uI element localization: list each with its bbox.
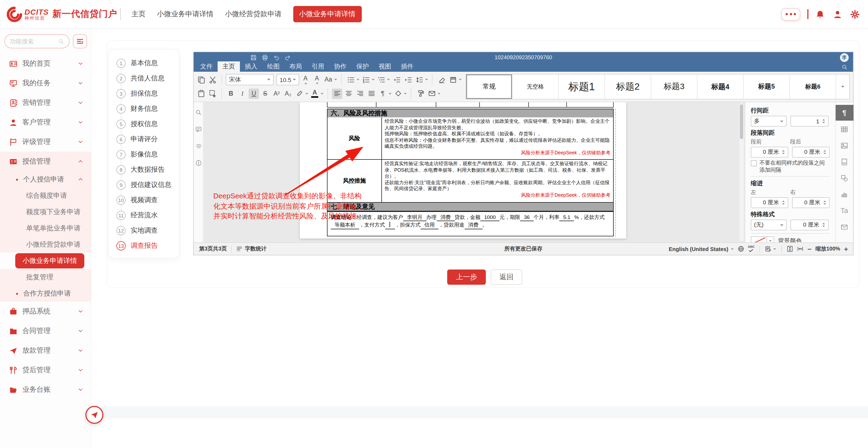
step-item[interactable]: 13调查报告 [117, 238, 179, 253]
styles-more-button[interactable] [836, 74, 849, 99]
align-left-button[interactable] [332, 89, 342, 99]
style-标题1[interactable]: 标题1 [559, 74, 605, 99]
chart-panel-icon[interactable] [835, 186, 853, 202]
sidebar-item[interactable]: 业务台账 [0, 380, 91, 400]
editor-menu[interactable]: 视图 [374, 61, 396, 72]
same-style-checkbox[interactable] [751, 160, 757, 166]
font-size-select[interactable]: 10.5 [276, 74, 299, 85]
indent-button[interactable] [403, 75, 413, 85]
sidebar-item[interactable]: 小微经营贷款申请 [0, 236, 91, 253]
spacing-after-stepper[interactable]: 0 厘米 [792, 147, 830, 158]
shrink-font-button[interactable]: A [312, 75, 322, 85]
step-item[interactable]: 7影像信息 [117, 147, 179, 162]
sidebar-item[interactable]: 授信管理 [0, 151, 91, 171]
zoom-in-button[interactable]: + [844, 245, 848, 252]
change-case-button[interactable]: Aa [323, 75, 334, 85]
subscript-button[interactable]: A₂ [283, 89, 293, 99]
copy-button[interactable] [196, 75, 206, 85]
textart-panel-icon[interactable]: Ta [835, 203, 853, 218]
page-panel-icon[interactable] [835, 154, 853, 170]
strikethrough-button[interactable]: S [260, 89, 270, 99]
style-常规[interactable]: 常规 [466, 74, 513, 99]
sidebar-item[interactable]: 批复管理 [0, 269, 91, 285]
track-changes-button[interactable] [765, 246, 776, 252]
avatar[interactable]: 李 [840, 53, 849, 62]
borders-button[interactable] [393, 89, 403, 99]
editor-menu[interactable]: 插入 [240, 61, 262, 72]
back-button[interactable]: 返回 [491, 270, 522, 285]
highlight-pen-button[interactable] [294, 89, 305, 99]
function-search-box[interactable] [4, 34, 70, 48]
align-right-button[interactable] [355, 89, 365, 99]
sidebar-item[interactable]: 额度项下业务申请 [0, 204, 91, 220]
sidebar-item[interactable]: •个人授信申请 [0, 171, 91, 187]
fit-width-icon[interactable] [797, 246, 804, 252]
sidebar-item[interactable]: 评级管理 [0, 132, 91, 151]
scrollbar-thumb[interactable] [740, 104, 743, 139]
nav-lines-icon[interactable] [195, 143, 202, 149]
special-format-stepper[interactable]: 0 厘米 [790, 219, 829, 230]
zoom-out-button[interactable]: − [807, 245, 811, 252]
comment-icon[interactable] [195, 126, 202, 133]
menu-toggle-button[interactable] [73, 34, 87, 48]
nav-tab[interactable]: 主页 [131, 9, 146, 19]
step-item[interactable]: 10视频调查 [117, 192, 179, 208]
editor-menu[interactable]: 插件 [396, 61, 418, 72]
font-color-button[interactable]: A [310, 89, 320, 99]
spacing-before-stepper[interactable]: 0 厘米 [751, 147, 788, 158]
format-painter-button[interactable] [415, 89, 426, 99]
font-family-select[interactable]: 宋体 [226, 74, 274, 85]
nav-tab[interactable]: 小微业务申请详情 [293, 6, 362, 22]
paragraph-panel-icon[interactable]: ¶ [835, 105, 853, 120]
page-indicator[interactable]: 第3页共3页 [199, 245, 227, 253]
step-item[interactable]: 9授信建议信息 [117, 177, 179, 192]
search-input[interactable] [10, 38, 49, 44]
special-format-select[interactable]: (无) [751, 219, 787, 230]
language-select[interactable]: English (United States) [669, 246, 734, 252]
sidebar-item[interactable]: 单笔单批业务申请 [0, 220, 91, 236]
style-标题3[interactable]: 标题3 [651, 74, 698, 99]
mail-button[interactable] [427, 89, 437, 99]
user-icon[interactable] [833, 9, 842, 19]
underline-button[interactable]: U [249, 89, 259, 99]
previous-step-button[interactable]: 上一步 [447, 270, 486, 285]
conclusion-paragraph[interactable]: 调查结论：经调查，建议为客户李明月办理消费贷款，金额1000元，期限36个月，利… [327, 211, 614, 236]
sidebar-item[interactable]: 合同管理 [0, 321, 91, 341]
superscript-button[interactable]: A² [272, 89, 282, 99]
cut-button[interactable] [207, 75, 218, 85]
align-center-button[interactable] [343, 89, 353, 99]
pilcrow-button[interactable]: ¶ [377, 89, 388, 99]
floating-send-button[interactable] [85, 406, 103, 424]
line-spacing-button[interactable] [414, 75, 424, 85]
search-icon[interactable] [195, 109, 202, 116]
sidebar-item[interactable]: 放款管理 [0, 341, 91, 360]
editor-menu[interactable]: 保护 [351, 61, 374, 72]
image-panel-icon[interactable] [835, 137, 853, 153]
clear-format-button[interactable] [436, 75, 447, 85]
sidebar-item[interactable]: 我的任务 [0, 73, 91, 93]
globe-icon[interactable] [738, 246, 744, 252]
sidebar-item[interactable]: 营销管理 [0, 93, 91, 112]
editor-menu[interactable]: 绘图 [262, 61, 284, 72]
step-item[interactable]: 1基本信息 [117, 56, 179, 71]
info-icon[interactable] [195, 160, 202, 166]
style-无空格[interactable]: 无空格 [513, 74, 559, 99]
outdent-button[interactable] [391, 75, 402, 85]
step-item[interactable]: 5授权信息 [117, 116, 179, 132]
editor-menu[interactable]: 文件 [195, 61, 218, 72]
bullet-list-button[interactable] [345, 75, 356, 85]
select-cursor-button[interactable] [207, 89, 218, 99]
step-item[interactable]: 8大数据报告 [117, 162, 179, 177]
document-canvas[interactable]: 六、风险及风控措施 风险 经营风险：小微企业市场竞争力弱，易受行业波动（如政策变… [204, 102, 745, 242]
style-标题4[interactable]: 标题4 [698, 74, 744, 99]
align-justify-button[interactable] [366, 89, 376, 99]
sidebar-item[interactable]: 押品系统 [0, 302, 91, 321]
step-item[interactable]: 12实地调查 [117, 223, 179, 238]
zoom-level[interactable]: 缩放100% [815, 245, 840, 253]
editor-menu[interactable]: 引用 [307, 61, 329, 72]
sidebar-item[interactable]: •合作方授信申请 [0, 285, 91, 302]
bold-button[interactable]: B [226, 89, 236, 99]
multilevel-list-button[interactable] [376, 75, 386, 85]
sidebar-item[interactable]: 客户管理 [0, 112, 91, 132]
word-count-label[interactable]: 字数统计 [245, 245, 267, 253]
